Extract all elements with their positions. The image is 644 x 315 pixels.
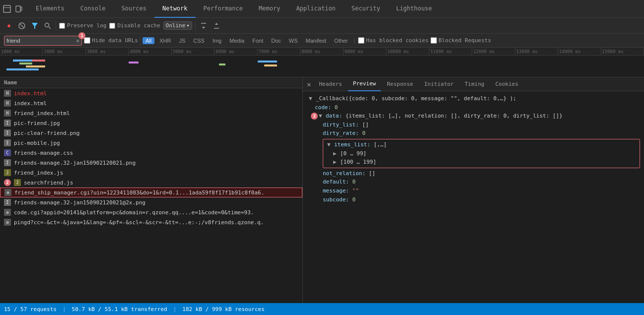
blocked-cookies-checkbox[interactable]: Has blocked cookies bbox=[358, 37, 429, 44]
list-item[interactable]: J friend_index.js bbox=[0, 168, 302, 178]
filter-js-button[interactable]: JS bbox=[176, 37, 188, 44]
disable-cache-checkbox[interactable]: Disable cache bbox=[109, 22, 160, 29]
dock-icon[interactable] bbox=[2, 4, 12, 14]
file-list-header: Name bbox=[0, 77, 302, 88]
list-item[interactable]: H friend_index.html bbox=[0, 108, 302, 118]
tab-response[interactable]: Response bbox=[382, 77, 418, 91]
list-item[interactable]: I pic-clear-friend.png bbox=[0, 128, 302, 138]
svg-rect-3 bbox=[20, 7, 22, 10]
preserve-log-checkbox[interactable]: Preserve log bbox=[59, 22, 106, 29]
tab-preview[interactable]: Preview bbox=[348, 77, 381, 91]
badge-2: 2 bbox=[4, 179, 11, 186]
record-button[interactable]: ● bbox=[4, 21, 14, 31]
tab-memory[interactable]: Memory bbox=[251, 0, 288, 18]
tab-network[interactable]: Network bbox=[154, 0, 196, 18]
tab-performance[interactable]: Performance bbox=[196, 0, 251, 18]
file-icon: H bbox=[4, 100, 11, 107]
file-list[interactable]: Name H index.html H index.html H friend_… bbox=[0, 77, 303, 303]
filter-button[interactable] bbox=[30, 21, 40, 31]
file-icon: J bbox=[4, 169, 11, 176]
list-item[interactable]: I friends-manage.32-jan150902120021@2x.p… bbox=[0, 197, 302, 207]
list-item[interactable]: H index.html bbox=[0, 98, 302, 108]
file-name: friends-manage.css bbox=[14, 150, 73, 156]
list-item-highlighted[interactable]: ⚙ friend_ship_manager.cgi?uin=1223411083… bbox=[0, 188, 302, 197]
hide-urls-checkbox[interactable]: Hide data URLs bbox=[84, 37, 138, 44]
file-icon: I bbox=[4, 139, 11, 146]
filter-css-button[interactable]: CSS bbox=[190, 37, 208, 44]
json-dirty-rate-line: dirty_rate: 0 bbox=[307, 129, 640, 138]
tab-timing[interactable]: Timing bbox=[460, 77, 490, 91]
filter-ws-button[interactable]: WS bbox=[286, 37, 301, 44]
search-input[interactable] bbox=[6, 38, 76, 44]
file-name: index.html bbox=[14, 100, 47, 107]
search-box: 1 ✕ bbox=[4, 36, 82, 46]
list-item[interactable]: C friends-manage.css bbox=[0, 148, 302, 158]
list-item[interactable]: ⚙ code.cgi?appid=20141&platform=pc&domai… bbox=[0, 207, 302, 217]
filter-other-button[interactable]: Other bbox=[331, 37, 351, 44]
json-tree: ▼ _Callback({code: 0, subcode: 0, messag… bbox=[303, 91, 644, 303]
file-name: code.cgi?appid=20141&platform=pc&domain=… bbox=[14, 209, 254, 216]
filter-media-button[interactable]: Media bbox=[226, 37, 247, 44]
filter-all-button[interactable]: All bbox=[143, 37, 154, 44]
tab-headers[interactable]: Headers bbox=[314, 77, 347, 91]
clear-button[interactable] bbox=[17, 21, 27, 31]
filter-xhr-button[interactable]: XHR bbox=[156, 37, 174, 44]
json-message-line: message: "" bbox=[307, 187, 640, 195]
list-item[interactable]: H index.html bbox=[0, 88, 302, 98]
timeline[interactable]: 1000 ms2000 ms3000 ms4000 ms5000 ms6000 … bbox=[0, 48, 644, 77]
filter-font-button[interactable]: Font bbox=[249, 37, 266, 44]
blocked-requests-checkbox[interactable]: Blocked Requests bbox=[430, 37, 491, 44]
preview-panel: ✕ Headers Preview Response Initiator Tim… bbox=[303, 77, 644, 303]
collapse-icon[interactable]: ▼ bbox=[319, 112, 326, 121]
list-item[interactable]: I friends-manage.32-jan150902120021.png bbox=[0, 158, 302, 168]
tab-sources[interactable]: Sources bbox=[113, 0, 154, 18]
device-icon[interactable] bbox=[14, 4, 24, 14]
filter-manifest-button[interactable]: Manifest bbox=[303, 37, 330, 44]
requests-count: 15 / 57 requests bbox=[4, 306, 57, 313]
main-area: Name H index.html H index.html H friend_… bbox=[0, 77, 644, 303]
filter-doc-button[interactable]: Doc bbox=[268, 37, 284, 44]
file-name: pic-clear-friend.png bbox=[14, 130, 79, 136]
expand-icon[interactable]: ▶ bbox=[333, 149, 340, 158]
toolbar-sep1 bbox=[56, 21, 56, 31]
tab-cookies[interactable]: Cookies bbox=[491, 77, 523, 91]
file-icon: C bbox=[4, 149, 11, 156]
svg-marker-11 bbox=[215, 23, 218, 28]
tab-lighthouse[interactable]: Lighthouse bbox=[388, 0, 440, 18]
preview-close-button[interactable]: ✕ bbox=[305, 80, 313, 88]
json-arr1-line[interactable]: ▶ [0 … 99] bbox=[325, 149, 638, 158]
file-icon: I bbox=[4, 120, 11, 126]
svg-line-5 bbox=[20, 24, 24, 28]
export-button[interactable] bbox=[212, 21, 221, 31]
timeline-bar bbox=[219, 63, 225, 65]
json-default-line: default: 0 bbox=[307, 178, 640, 187]
file-icon: H bbox=[4, 90, 11, 97]
expand-icon[interactable]: ▶ bbox=[333, 158, 340, 167]
svg-rect-1 bbox=[3, 7, 10, 8]
tab-security[interactable]: Security bbox=[344, 0, 388, 18]
file-name: friends-manage.32-jan150902120021.png bbox=[14, 160, 136, 166]
json-arr2-line[interactable]: ▶ [100 … 199] bbox=[325, 158, 638, 167]
search-button[interactable] bbox=[43, 21, 53, 31]
tab-application[interactable]: Application bbox=[288, 0, 343, 18]
timeline-bars bbox=[0, 56, 644, 77]
tab-initiator[interactable]: Initiator bbox=[419, 77, 459, 91]
list-item[interactable]: ⚙ pingd?cc=-&ct=-&java=1&lang=-&pf=-&scl… bbox=[0, 217, 302, 227]
json-subcode-line: subcode: 0 bbox=[307, 195, 640, 204]
import-button[interactable] bbox=[199, 21, 209, 31]
svg-line-8 bbox=[49, 27, 51, 29]
list-item[interactable]: 2 J searchfriend.js bbox=[0, 178, 302, 188]
timeline-bar bbox=[6, 68, 39, 70]
file-name: pic-mobile.jpg bbox=[14, 140, 60, 146]
filter-img-button[interactable]: Img bbox=[210, 37, 224, 44]
tab-elements[interactable]: Elements bbox=[28, 0, 72, 18]
collapse-icon[interactable]: ▼ bbox=[327, 140, 334, 149]
list-item[interactable]: I pic-friend.jpg bbox=[0, 118, 302, 128]
timeline-bar bbox=[258, 61, 277, 63]
throttle-select[interactable]: Online ▾ bbox=[163, 21, 192, 30]
file-icon: ⚙ bbox=[4, 209, 11, 216]
tab-console[interactable]: Console bbox=[72, 0, 114, 18]
resources-size: 182 kB / 999 kB resources bbox=[182, 306, 265, 313]
list-item[interactable]: I pic-mobile.jpg bbox=[0, 138, 302, 148]
collapse-icon[interactable]: ▼ bbox=[309, 94, 316, 103]
